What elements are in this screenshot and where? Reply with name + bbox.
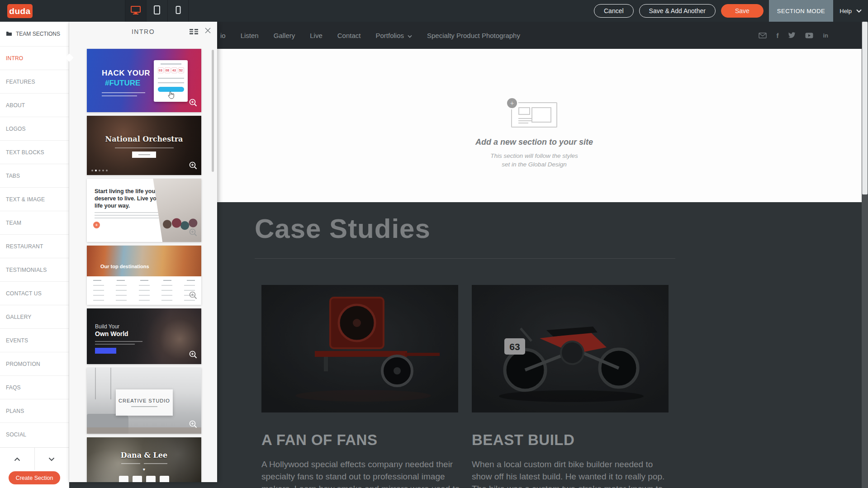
cell-bar (139, 285, 150, 286)
nav-item-gallery[interactable]: Gallery (274, 32, 295, 39)
nav-item-listen[interactable]: Listen (241, 32, 259, 39)
scroll-down-button[interactable] (34, 448, 69, 470)
sidebar-item-team[interactable]: TEAM (0, 211, 69, 234)
zoom-preview-icon[interactable] (189, 350, 198, 361)
sidebar-item-tabs[interactable]: TABS (0, 164, 69, 187)
duda-logo[interactable]: duda (7, 4, 33, 18)
panel-scrollbar[interactable] (212, 50, 214, 172)
sidebar-item-about[interactable]: ABOUT (0, 93, 69, 117)
mobile-preview-button[interactable] (167, 0, 189, 22)
template-thumb-hack-your-future[interactable]: HACK YOUR #FUTURE 03 08 43 52 (87, 49, 201, 112)
sidebar-item-text-image[interactable]: TEXT & IMAGE (0, 187, 69, 211)
scroll-up-button[interactable] (0, 448, 34, 470)
cell-bar (139, 295, 150, 296)
sidebar-item-intro[interactable]: INTRO (0, 46, 69, 70)
wireframe-line (518, 120, 532, 121)
case-study-article: 63 BEAST BUILD When a local custom dirt … (472, 285, 675, 488)
add-section-subtitle-line2: set in the Global Design (466, 160, 602, 169)
cell-bar (116, 300, 127, 301)
device-preview-switcher (125, 0, 189, 22)
top-bar: duda Cancel Save & Add Another Save SECT… (0, 0, 868, 22)
wireframe-line (518, 123, 528, 123)
cell-bar (93, 285, 104, 286)
cell-bar (161, 290, 172, 291)
section-mode-badge: SECTION MODE (769, 0, 833, 22)
mini-table (93, 280, 195, 301)
template-thumb-national-orchestra[interactable]: ····· National Orchestra (87, 116, 201, 175)
sidebar-item-faqs[interactable]: FAQS (0, 375, 69, 399)
sidebar-item-gallery[interactable]: GALLERY (0, 305, 69, 328)
thumb-heading: Own World (95, 330, 128, 337)
sidebar-item-restaurant[interactable]: RESTAURANT (0, 234, 69, 258)
twitter-icon[interactable] (788, 32, 796, 38)
chevron-down-icon[interactable] (856, 9, 862, 13)
desktop-preview-button[interactable] (125, 0, 146, 22)
page-scrollbar-thumb[interactable] (862, 22, 868, 194)
nav-item-contact[interactable]: Contact (337, 32, 361, 39)
template-thumb-top-destinations[interactable]: Our top destinations (87, 246, 201, 305)
tablet-preview-button[interactable] (146, 0, 167, 22)
fan-machine-image (261, 285, 458, 412)
grid-view-icon[interactable] (190, 29, 198, 34)
site-nav-items: io Listen Gallery Live Contact Portfolio… (220, 22, 520, 49)
linkedin-icon[interactable]: in (823, 32, 828, 39)
sidebar-item-text-blocks[interactable]: TEXT BLOCKS (0, 140, 69, 164)
text-bar (102, 92, 145, 93)
nav-item-partial[interactable]: io (220, 32, 226, 39)
close-icon[interactable] (205, 28, 211, 33)
zoom-preview-icon[interactable] (189, 161, 198, 172)
article-body: A Hollywood special effects company need… (261, 458, 464, 488)
sidebar-item-promotion[interactable]: PROMOTION (0, 352, 69, 375)
zoom-preview-icon[interactable] (189, 420, 198, 431)
thumb-heading-light: Build Your (95, 323, 119, 330)
dirt-bike-image: 63 (472, 285, 669, 412)
nav-item-portfolios[interactable]: Portfolios (375, 32, 412, 39)
template-thumb-creative-studio[interactable]: CREATIVE STUDIO (87, 368, 201, 434)
page-scrollbar[interactable] (862, 22, 868, 488)
create-section-button[interactable]: Create Section (9, 471, 60, 484)
cancel-button[interactable]: Cancel (594, 4, 634, 18)
zoom-preview-icon[interactable] (189, 98, 198, 109)
sidebar-item-social[interactable]: SOCIAL (0, 422, 69, 446)
mini-button (95, 348, 116, 354)
template-thumb-dana-and-lee[interactable]: Dana & Lee ♥ (87, 437, 201, 482)
sidebar-item-testimonials[interactable]: TESTIMONIALS (0, 258, 69, 281)
save-add-another-button[interactable]: Save & Add Another (639, 4, 716, 18)
panel-title: INTRO (132, 28, 155, 35)
cell-bar (93, 300, 104, 301)
sidebar-item-features[interactable]: FEATURES (0, 70, 69, 93)
text-bar (161, 63, 181, 65)
help-menu[interactable]: Help (840, 8, 852, 14)
thumb-heading-accent: #FUTURE (105, 79, 140, 88)
youtube-icon[interactable] (805, 33, 813, 38)
sidebar-item-contact-us[interactable]: CONTACT US (0, 281, 69, 305)
intro-sections-panel: INTRO HACK YOUR #FUTURE 03 08 43 52 (69, 22, 217, 482)
add-section-placeholder[interactable]: + Add a new section to your site This se… (466, 102, 602, 169)
add-section-title: Add a new section to your site (466, 137, 602, 147)
template-thumb-build-your-own-world[interactable]: Build Your Own World (87, 308, 201, 364)
countdown-digit: 03 (158, 67, 164, 73)
nav-item-live[interactable]: Live (310, 32, 323, 39)
template-thumb-start-living[interactable]: Start living the life you deserve to liv… (87, 179, 201, 242)
sidebar-item-logos[interactable]: LOGOS (0, 117, 69, 140)
save-button[interactable]: Save (721, 4, 764, 18)
case-studies-heading: Case Studies (255, 213, 431, 244)
zoom-preview-icon[interactable] (189, 228, 198, 239)
thumb-heading: CREATIVE STUDIO (119, 398, 170, 403)
email-icon[interactable] (759, 33, 767, 38)
text-bar (95, 218, 159, 218)
cell-bar (116, 290, 127, 291)
facebook-icon[interactable]: f (776, 32, 778, 39)
sidebar-item-events[interactable]: EVENTS (0, 328, 69, 352)
thumb-photo (87, 246, 201, 276)
zoom-preview-icon[interactable] (189, 291, 198, 302)
mobile-icon (175, 5, 181, 16)
cell-bar (93, 290, 104, 291)
cell-bar (161, 300, 172, 301)
sections-sidebar: TEAM SECTIONS INTRO FEATURES ABOUT LOGOS… (0, 22, 69, 488)
section-template-list: HACK YOUR #FUTURE 03 08 43 52 (69, 42, 217, 482)
text-bar (95, 212, 162, 213)
nav-item-specialty-product-photography[interactable]: Specialty Product Photography (427, 32, 520, 39)
sidebar-item-plans[interactable]: PLANS (0, 399, 69, 422)
cell-bar (140, 280, 148, 281)
